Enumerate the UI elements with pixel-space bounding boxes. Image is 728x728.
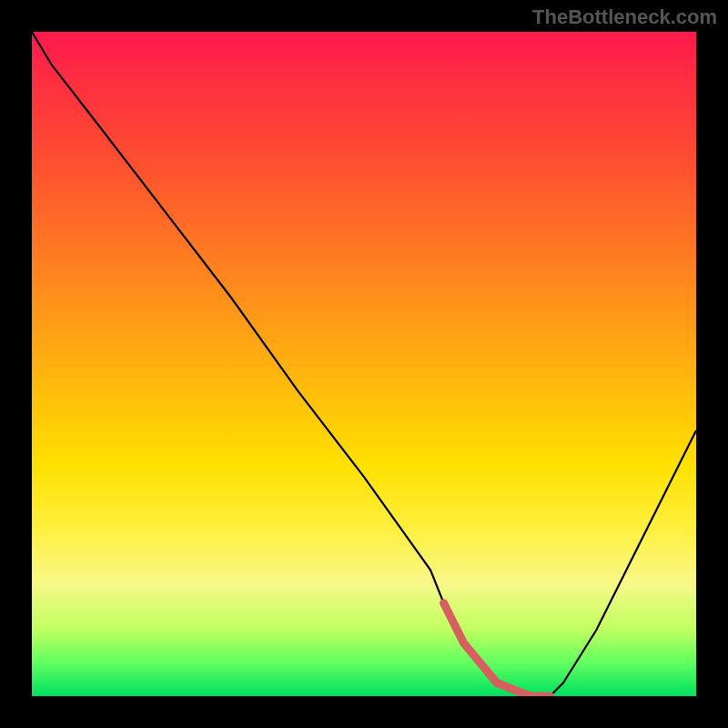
plot-area — [32, 32, 696, 696]
chart-svg — [32, 32, 696, 696]
bottleneck-curve — [32, 32, 696, 696]
optimal-zone-highlight — [444, 603, 551, 696]
watermark-text: TheBottleneck.com — [532, 5, 717, 29]
